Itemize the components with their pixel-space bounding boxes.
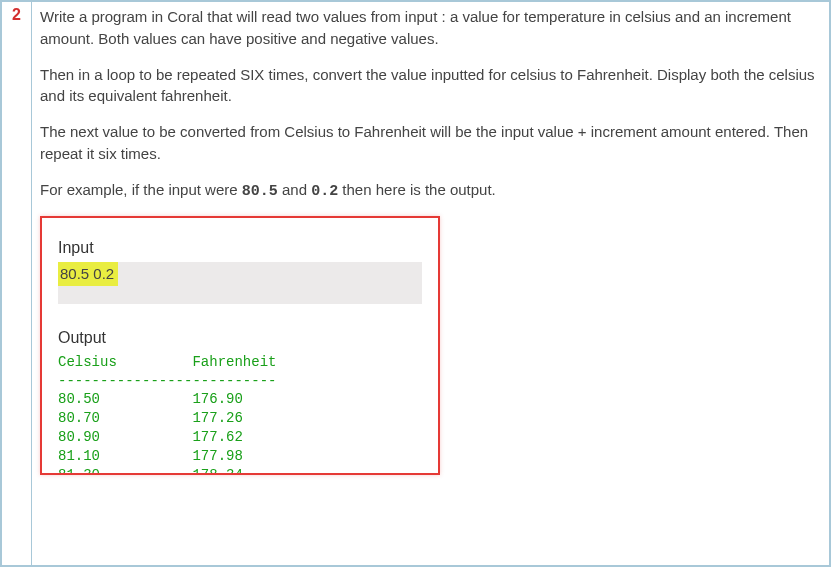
paragraph-2: Then in a loop to be repeated SIX times,…	[40, 64, 821, 108]
p4-value-2: 0.2	[311, 183, 338, 200]
output-label: Output	[58, 326, 422, 349]
p4-value-1: 80.5	[242, 183, 278, 200]
question-table: 2 Write a program in Coral that will rea…	[1, 1, 830, 566]
input-value-highlight: 80.5 0.2	[58, 262, 118, 286]
output-listing: Celsius Fahrenheit ---------------------…	[58, 353, 422, 473]
output-divider-line: --------------------------	[58, 372, 422, 391]
p4-mid: and	[278, 181, 311, 198]
question-body-cell: Write a program in Coral that will read …	[32, 2, 830, 566]
output-row: 81.10 177.98	[58, 447, 422, 466]
output-row: 80.90 177.62	[58, 428, 422, 447]
paragraph-4: For example, if the input were 80.5 and …	[40, 179, 821, 203]
paragraph-1: Write a program in Coral that will read …	[40, 6, 821, 50]
example-output-box: Input 80.5 0.2 Output Celsius Fahrenheit…	[40, 216, 440, 474]
p4-post: then here is the output.	[338, 181, 496, 198]
question-number-cell: 2	[2, 2, 32, 566]
output-row: 80.50 176.90	[58, 390, 422, 409]
output-header-line: Celsius Fahrenheit	[58, 353, 422, 372]
p4-pre: For example, if the input were	[40, 181, 242, 198]
document-page: 2 Write a program in Coral that will rea…	[0, 0, 831, 567]
input-label: Input	[58, 236, 422, 259]
question-number: 2	[12, 6, 21, 23]
input-bar: 80.5 0.2	[58, 262, 422, 304]
output-row: 80.70 177.26	[58, 409, 422, 428]
paragraph-3: The next value to be converted from Cels…	[40, 121, 821, 165]
output-row: 81 30 178 34	[58, 466, 422, 473]
